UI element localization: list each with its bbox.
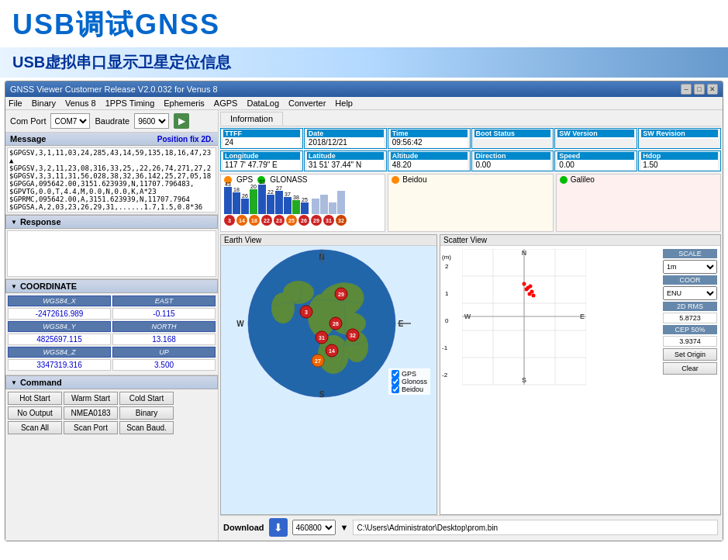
coordinate-collapse-icon[interactable]: ▼	[11, 283, 17, 290]
gps-legend-label: GPS	[402, 370, 416, 378]
wgs84-y-value: 4825697.115	[8, 334, 111, 345]
message-line-5: $GPVTG,0.0,T,4.4,M,0.0,N,0.0,K,A*23	[9, 188, 214, 195]
menu-file[interactable]: File	[9, 99, 22, 108]
galileo-panel: Galileo	[556, 174, 721, 232]
coordinate-header: ▼ COORDINATE	[5, 279, 218, 293]
svg-text:27: 27	[315, 358, 321, 364]
ttff-value: 24	[223, 137, 300, 147]
menu-1pps[interactable]: 1PPS Timing	[105, 99, 155, 108]
svg-text:W: W	[464, 313, 471, 320]
cep-label: CEP 50%	[663, 325, 717, 334]
window-frame: GNSS Viewer Customer Release V2.0.032 fo…	[5, 81, 723, 541]
info-tab[interactable]: Information	[220, 112, 283, 126]
sat-num-25: 25	[286, 215, 297, 226]
info-time: Time 09:56:42	[388, 128, 471, 149]
menu-help[interactable]: Help	[335, 99, 353, 108]
sat-num-14: 14	[236, 215, 247, 226]
gps-checkbox[interactable]	[392, 370, 399, 378]
beidou-header: Beidou	[388, 175, 552, 185]
sw-version-label: SW Version	[557, 130, 634, 137]
binary-button[interactable]: Binary	[119, 406, 174, 420]
east-value: -0.115	[112, 308, 216, 320]
hot-start-button[interactable]: Hot Start	[8, 392, 62, 405]
message-line-3: $GPGSV,3,3,11,31,56,028,38,32,36,142,25,…	[9, 172, 214, 180]
scan-baud-button[interactable]: Scan Baud.	[119, 421, 174, 434]
command-header: ▼ Command	[5, 375, 218, 389]
menu-venus8[interactable]: Venus 8	[65, 99, 96, 108]
scale-label: SCALE	[663, 249, 717, 258]
glonass-legend-label: Glonoss	[402, 378, 427, 385]
svg-text:S: S	[319, 390, 325, 399]
scan-port-button[interactable]: Scan Port	[64, 421, 118, 434]
cold-start-button[interactable]: Cold Start	[119, 392, 174, 405]
response-header: ▼ Response	[5, 215, 218, 229]
main-content: Com Port COM7 Baudrate 9600 ▶ Message Po…	[5, 110, 723, 541]
coor-select[interactable]: ENU	[663, 286, 717, 300]
scale-select[interactable]: 1m 5m 10m	[663, 260, 717, 274]
response-body[interactable]	[7, 230, 216, 277]
info-ttff: TTFF 24	[220, 128, 303, 149]
info-altitude: Altitude 48.20	[388, 150, 471, 171]
scatter-view-label: Scatter View	[440, 235, 720, 246]
earth-view: Earth View	[220, 234, 437, 515]
no-output-button[interactable]: No Output	[8, 406, 62, 420]
maximize-button[interactable]: □	[694, 84, 705, 95]
minimize-button[interactable]: –	[681, 84, 692, 95]
com-port-select[interactable]: COM7	[50, 113, 90, 129]
download-path-input[interactable]	[353, 520, 718, 535]
sat-num-18: 18	[249, 215, 260, 226]
latitude-value: 31 51' 37.44" N	[307, 160, 384, 170]
direction-value: 0.00	[474, 160, 551, 170]
nmea0183-button[interactable]: NMEA0183	[64, 406, 118, 420]
svg-text:E: E	[580, 313, 585, 320]
sw-revision-label: SW Revision	[641, 130, 718, 137]
download-section: Download ⬇ 460800 ▼	[220, 515, 721, 539]
sub-title: USB虚拟串口显示卫星定位信息	[12, 52, 231, 73]
legend-glonass: Glonoss	[392, 378, 427, 385]
sat-num-22: 22	[261, 215, 272, 226]
position-fix-status: Position fix 2D.	[157, 135, 213, 143]
message-line-4: $GPGGA,095642.00,3151.623939,N,11707.796…	[9, 180, 214, 188]
message-line-7: $GPGSA,A,2,03,23,26,29,31,......1.7,1.5,…	[9, 203, 214, 211]
menu-ephemeris[interactable]: Ephemeris	[164, 99, 205, 108]
set-origin-button[interactable]: Set Origin	[663, 348, 717, 361]
up-value: 3.500	[112, 359, 216, 371]
response-section: ▼ Response	[5, 214, 218, 278]
time-label: Time	[391, 130, 468, 137]
lower-section: Earth View	[220, 234, 721, 515]
earth-view-legend: GPS Glonoss Beidou	[388, 368, 430, 395]
altitude-label: Altitude	[391, 152, 468, 160]
beidou-checkbox[interactable]	[392, 385, 399, 393]
clear-button[interactable]: Clear	[663, 362, 717, 375]
glonass-label: GLONASS	[270, 175, 307, 184]
down-arrow-icon: ▼	[340, 523, 349, 532]
hdop-label: Hdop	[641, 152, 718, 160]
north-value: 13.168	[112, 334, 216, 345]
beidou-label: Beidou	[402, 175, 426, 184]
menu-agps[interactable]: AGPS	[214, 99, 238, 108]
beidou-dot	[392, 176, 399, 184]
menu-binary[interactable]: Binary	[32, 99, 56, 108]
response-collapse-icon[interactable]: ▼	[11, 219, 17, 226]
wgs84-x-value: -2472616.989	[8, 308, 111, 320]
warm-start-button[interactable]: Warm Start	[64, 392, 118, 405]
svg-point-54	[523, 282, 526, 286]
close-button[interactable]: ✕	[707, 84, 718, 95]
coordinate-section: ▼ COORDINATE WGS84_X EAST -2472616.989 -…	[5, 278, 218, 373]
menu-converter[interactable]: Converter	[288, 99, 326, 108]
boot-status-label: Boot Status	[474, 130, 551, 137]
glonass-checkbox[interactable]	[392, 378, 399, 385]
message-list[interactable]: $GPGSV,3,1,11,03,24,285,43,14,59,135,18,…	[7, 147, 216, 213]
download-label: Download	[223, 523, 264, 532]
sub-title-bar: USB虚拟串口显示卫星定位信息	[0, 47, 728, 78]
info-speed: Speed 0.00	[554, 150, 637, 171]
latitude-label: Latitude	[307, 152, 384, 160]
menu-datalog[interactable]: DataLog	[247, 99, 279, 108]
wgs84-y-label: WGS84_Y	[8, 321, 111, 332]
baudrate-select[interactable]: 9600	[134, 113, 169, 129]
window-title: GNSS Viewer Customer Release V2.0.032 fo…	[10, 85, 218, 94]
scan-all-button[interactable]: Scan All	[8, 421, 62, 434]
download-icon: ⬇	[269, 518, 288, 537]
download-baud-select[interactable]: 460800	[292, 520, 336, 535]
command-collapse-icon[interactable]: ▼	[11, 379, 17, 386]
